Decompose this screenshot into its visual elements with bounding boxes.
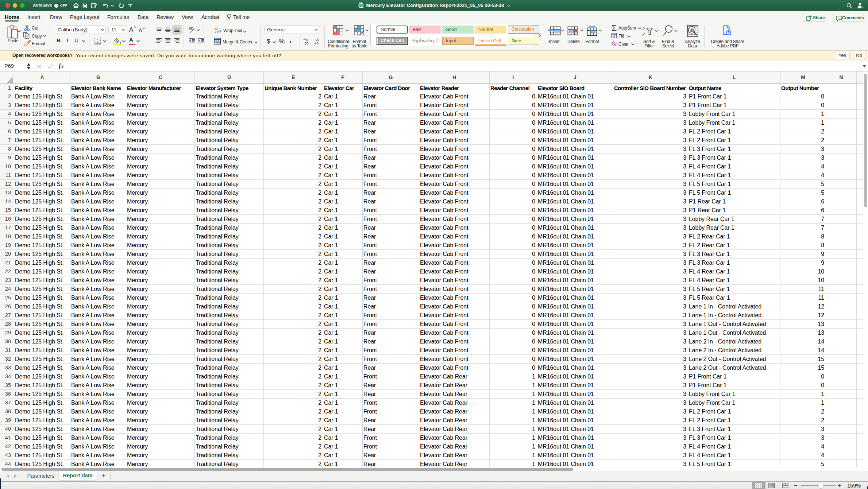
svg-text:Z: Z [642,32,645,36]
svg-text:0: 0 [306,38,308,42]
svg-text:ab: ab [189,26,193,30]
svg-text:c: c [215,30,216,34]
svg-text:A: A [642,26,645,31]
svg-text:.00: .00 [304,41,308,45]
